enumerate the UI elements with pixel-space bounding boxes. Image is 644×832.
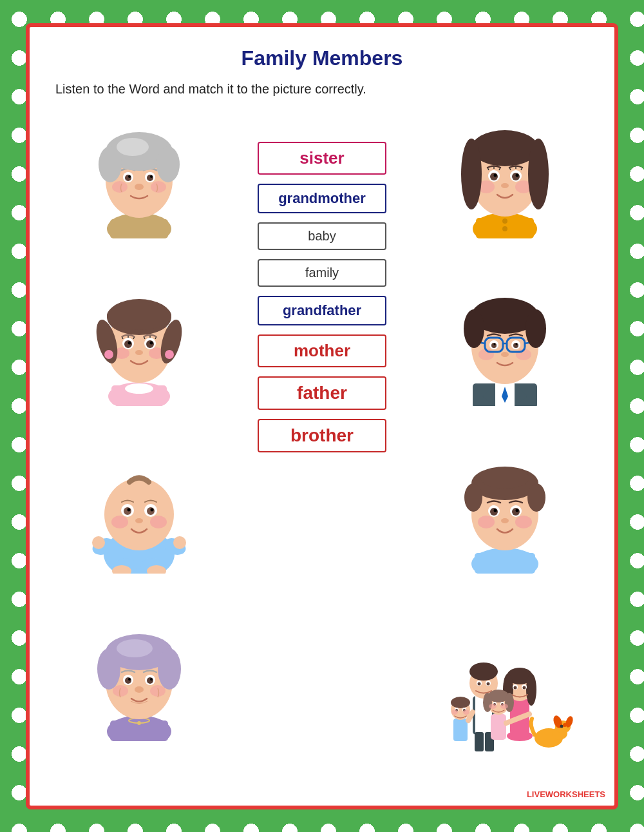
- svg-point-71: [150, 678, 153, 681]
- word-father[interactable]: father: [258, 376, 386, 410]
- svg-point-159: [483, 693, 492, 712]
- svg-point-64: [113, 685, 128, 697]
- family-group-image: [434, 619, 576, 754]
- svg-point-54: [147, 507, 155, 515]
- svg-point-127: [490, 508, 498, 516]
- svg-rect-144: [475, 732, 484, 751]
- svg-point-81: [502, 226, 507, 231]
- svg-point-30: [135, 350, 143, 355]
- svg-point-9: [147, 175, 153, 181]
- page-title: Family Members: [55, 46, 589, 70]
- word-brother[interactable]: brother: [258, 419, 386, 452]
- svg-point-5: [151, 181, 166, 193]
- svg-point-15: [156, 146, 180, 182]
- svg-point-76: [117, 639, 153, 657]
- svg-point-155: [507, 731, 533, 741]
- svg-point-26: [124, 340, 132, 348]
- grandmother-image: [78, 619, 200, 741]
- left-column: [55, 116, 223, 741]
- svg-point-165: [489, 704, 497, 709]
- svg-point-80: [502, 218, 507, 224]
- svg-point-174: [451, 710, 458, 715]
- svg-point-70: [128, 678, 131, 681]
- svg-point-74: [97, 648, 120, 690]
- live-text: LIVE: [527, 789, 545, 799]
- svg-point-139: [469, 663, 498, 681]
- svg-point-143: [487, 682, 490, 685]
- svg-point-118: [526, 309, 546, 348]
- woman-image: [444, 116, 566, 238]
- word-grandfather[interactable]: grandfather: [258, 296, 386, 325]
- svg-point-72: [135, 686, 144, 693]
- svg-point-89: [494, 173, 497, 177]
- svg-point-166: [500, 704, 508, 709]
- svg-rect-167: [453, 719, 468, 741]
- worksheets-text: WORKSHEETS: [545, 789, 605, 799]
- word-mother[interactable]: mother: [258, 334, 386, 367]
- svg-rect-156: [491, 714, 506, 740]
- svg-point-36: [165, 350, 174, 359]
- svg-point-29: [150, 341, 153, 344]
- svg-point-75: [158, 648, 181, 690]
- man-glasses-image: [444, 284, 566, 406]
- svg-point-88: [512, 173, 520, 180]
- svg-point-48: [104, 478, 174, 550]
- svg-point-42: [173, 536, 186, 549]
- boy-image: [444, 451, 566, 574]
- svg-point-150: [526, 673, 536, 706]
- svg-point-35: [104, 350, 113, 359]
- svg-point-90: [516, 173, 519, 177]
- svg-rect-2: [110, 219, 168, 238]
- svg-point-160: [505, 693, 514, 712]
- svg-point-11: [150, 175, 153, 178]
- svg-rect-121: [475, 553, 535, 574]
- svg-point-41: [92, 536, 105, 549]
- svg-point-169: [451, 697, 470, 708]
- word-sister[interactable]: sister: [258, 142, 386, 175]
- svg-point-124: [515, 516, 532, 528]
- svg-point-134: [527, 483, 545, 512]
- svg-point-93: [461, 139, 482, 209]
- svg-point-154: [523, 686, 526, 689]
- word-baby[interactable]: baby: [258, 222, 386, 250]
- svg-point-87: [490, 173, 498, 180]
- svg-point-53: [124, 507, 131, 515]
- svg-point-131: [501, 518, 509, 523]
- page-subtitle: Listen to the Word and match it to the p…: [55, 82, 589, 97]
- svg-point-65: [150, 685, 166, 697]
- svg-point-153: [514, 686, 517, 689]
- word-family[interactable]: family: [258, 259, 386, 287]
- svg-point-55: [128, 508, 131, 511]
- svg-point-91: [501, 183, 509, 188]
- svg-point-94: [528, 139, 549, 209]
- svg-point-130: [516, 508, 519, 512]
- svg-point-117: [464, 309, 484, 348]
- svg-point-57: [135, 518, 143, 523]
- svg-point-129: [494, 508, 497, 512]
- svg-point-142: [478, 682, 481, 685]
- svg-point-12: [135, 184, 144, 190]
- svg-point-114: [516, 343, 518, 345]
- svg-point-20: [125, 383, 153, 394]
- right-column: [421, 116, 589, 754]
- svg-point-27: [146, 340, 154, 348]
- svg-point-14: [99, 146, 122, 182]
- svg-point-133: [464, 483, 482, 512]
- svg-point-34: [107, 302, 171, 330]
- sister-image: [78, 284, 200, 406]
- svg-point-10: [128, 175, 131, 178]
- worksheet-container: Family Members Listen to the Word and ma…: [26, 23, 618, 809]
- word-grandmother[interactable]: grandmother: [258, 184, 386, 213]
- baby-image: [78, 451, 200, 574]
- grandfather-image: [78, 116, 200, 238]
- svg-point-113: [494, 343, 496, 345]
- svg-point-16: [117, 138, 149, 156]
- svg-point-8: [125, 175, 131, 181]
- svg-point-4: [112, 181, 128, 193]
- svg-point-62: [137, 721, 141, 725]
- svg-point-135: [480, 468, 529, 489]
- svg-point-182: [560, 724, 564, 728]
- content-grid: sister grandmother baby family grandfath…: [55, 116, 589, 754]
- middle-column: sister grandmother baby family grandfath…: [223, 116, 421, 452]
- svg-point-115: [501, 352, 509, 357]
